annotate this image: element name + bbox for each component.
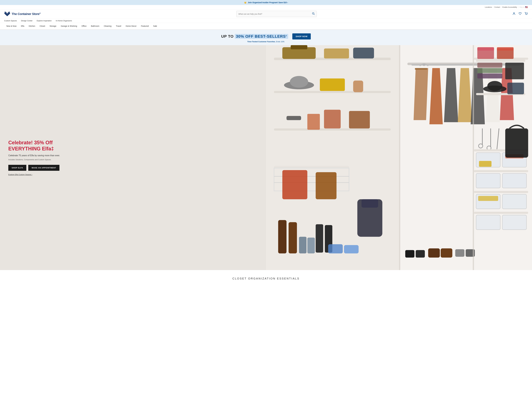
svg-rect-22 — [349, 111, 370, 128]
accessibility-link[interactable]: Enable Accessibility — [502, 6, 517, 8]
svg-line-1 — [314, 14, 315, 15]
explore-elfa-link[interactable]: Explore Elfa Custom Spaces › — [8, 174, 258, 176]
utility-bar: Locations Contact Enable Accessibility S… — [0, 5, 532, 9]
svg-rect-69 — [478, 196, 498, 201]
svg-rect-70 — [474, 212, 528, 214]
divider — [493, 6, 493, 8]
logo-area[interactable]: The Container Store® — [4, 12, 41, 17]
svg-rect-84 — [399, 45, 400, 270]
svg-rect-71 — [476, 215, 500, 230]
svg-rect-20 — [324, 110, 341, 128]
search-icon — [312, 12, 315, 15]
svg-rect-18 — [274, 128, 391, 131]
promo-headline: UP TO 30% OFF BEST-SELLERS® — [221, 34, 288, 39]
hero-image — [266, 45, 532, 270]
svg-rect-50 — [477, 62, 502, 68]
nav-bathroom[interactable]: Bathroom — [89, 23, 102, 30]
svg-rect-48 — [497, 47, 513, 50]
svg-point-2 — [513, 12, 514, 13]
promo-pre-text: UP TO — [221, 34, 234, 38]
search-button[interactable] — [310, 11, 317, 17]
svg-rect-75 — [361, 199, 378, 208]
nav-custom-spaces[interactable]: Custom Spaces — [4, 20, 17, 22]
nav-new-now[interactable]: New & Now — [4, 23, 19, 30]
nav-storage[interactable]: Storage — [47, 23, 59, 30]
svg-rect-76 — [328, 244, 343, 253]
nav-garage-shelving[interactable]: Garage & Shelving — [59, 23, 79, 30]
svg-rect-12 — [353, 48, 374, 58]
svg-rect-11 — [324, 49, 349, 58]
svg-rect-30 — [289, 222, 297, 253]
svg-rect-51 — [477, 68, 502, 73]
nav-explore-inspiration[interactable]: Explore Inspiration — [37, 20, 52, 22]
nav-kitchen[interactable]: Kitchen — [26, 23, 38, 30]
brand-name: The Container Store® — [12, 12, 41, 16]
nav-closet[interactable]: Closet — [38, 23, 47, 30]
svg-rect-64 — [476, 173, 500, 188]
promo-banner: UP TO 30% OFF BEST-SELLERS® SHOP NOW Tim… — [0, 30, 532, 45]
svg-rect-73 — [505, 128, 528, 158]
header: The Container Store® — [0, 9, 532, 19]
svg-rect-16 — [320, 79, 345, 91]
cart-icon[interactable] — [525, 12, 528, 16]
nav-design-center[interactable]: Design Center — [21, 20, 32, 22]
svg-rect-52 — [477, 74, 502, 79]
svg-rect-65 — [502, 173, 526, 188]
svg-rect-27 — [282, 170, 307, 199]
closet-illustration — [266, 45, 532, 270]
section-title-area: CLOSET ORGANIZATION ESSENTIALS — [0, 270, 532, 284]
svg-rect-32 — [307, 237, 315, 253]
ship-to-label: Ship to — [519, 6, 525, 8]
make-appointment-button[interactable]: MAKE AN APPOINTMENT — [28, 165, 59, 171]
secondary-nav: Custom Spaces Design Center Explore Insp… — [0, 19, 532, 23]
hero-left: Celebrate! 35% Off EVERYTHING Elfa‡ Cele… — [0, 45, 266, 270]
nav-featured[interactable]: Featured — [139, 23, 151, 30]
divider — [518, 6, 518, 8]
crown-icon: 👑 — [244, 1, 247, 4]
svg-rect-53 — [505, 62, 524, 79]
nav-cleaning[interactable]: Cleaning — [101, 23, 114, 30]
promo-highlight: 30% OFF BEST-SELLERS® — [235, 34, 288, 39]
hero-subtitle: Celebrate 75 years of Elfa by saving mor… — [8, 154, 258, 157]
ship-to-area[interactable]: Ship to 🇺🇸 — [519, 6, 528, 8]
svg-rect-21 — [307, 114, 320, 130]
top-banner: 👑 Join Organized Insider Program! Save $… — [0, 0, 532, 5]
nav-in-home-organizers[interactable]: In-Home Organizers — [56, 20, 72, 22]
nav-sale[interactable]: Sale — [151, 23, 159, 30]
shop-elfa-button[interactable]: SHOP ELFA — [8, 165, 26, 171]
svg-rect-38 — [415, 68, 427, 70]
svg-rect-57 — [507, 83, 524, 94]
svg-rect-82 — [455, 249, 464, 257]
svg-rect-78 — [405, 250, 414, 258]
hero-note: Includes Solutions, Components and Custo… — [8, 159, 258, 161]
search-bar[interactable] — [236, 11, 317, 17]
svg-rect-72 — [502, 215, 526, 230]
svg-rect-13 — [274, 91, 391, 93]
locations-link[interactable]: Locations — [485, 6, 492, 8]
hero-buttons: SHOP ELFA MAKE AN APPOINTMENT — [8, 165, 258, 171]
banner-text: Join Organized Insider Program! Save $10 — [248, 1, 287, 4]
nav-travel[interactable]: Travel — [114, 23, 123, 30]
shop-now-button[interactable]: SHOP NOW — [292, 33, 311, 39]
promo-subtext: Time-Tested Customer Favorites. Ends 10/… — [4, 41, 528, 43]
logo-icon — [4, 12, 10, 17]
flag-icon: 🇺🇸 — [525, 6, 528, 8]
svg-rect-28 — [316, 172, 336, 199]
nav-home-decor[interactable]: Home Decor — [123, 23, 139, 30]
svg-point-15 — [290, 76, 308, 88]
banner-arrow: › — [287, 1, 288, 4]
nav-office[interactable]: Office — [79, 23, 89, 30]
contact-link[interactable]: Contact — [494, 6, 500, 8]
nav-elfa[interactable]: Elfa — [19, 23, 26, 30]
svg-rect-10 — [291, 45, 307, 49]
wishlist-icon[interactable] — [519, 12, 522, 16]
insider-program-link[interactable]: Join Organized Insider Program! Save $10… — [248, 1, 288, 4]
svg-rect-19 — [286, 116, 301, 120]
svg-rect-85 — [473, 45, 474, 270]
svg-point-3 — [526, 14, 526, 15]
header-icons — [512, 12, 528, 16]
search-input[interactable] — [236, 12, 310, 17]
account-icon[interactable] — [512, 12, 516, 16]
svg-rect-46 — [477, 47, 494, 50]
svg-rect-81 — [441, 249, 452, 258]
